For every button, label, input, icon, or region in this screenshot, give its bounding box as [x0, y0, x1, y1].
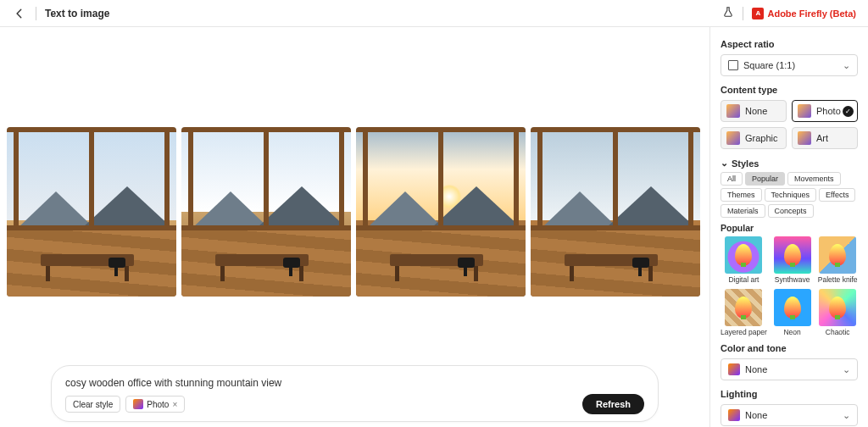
style-item-label: Digital art: [728, 275, 759, 284]
top-bar: Text to image A Adobe Firefly (Beta): [0, 0, 868, 27]
style-thumb-icon: [819, 236, 856, 274]
styles-header[interactable]: ⌄ Styles: [721, 158, 858, 169]
arrow-left-icon: [14, 8, 25, 19]
brand-label: Adobe Firefly (Beta): [767, 8, 856, 19]
lighting-select[interactable]: None ⌄: [721, 404, 858, 426]
photo-swatch-icon: [133, 399, 143, 409]
chevron-down-icon: ⌄: [721, 158, 728, 169]
result-image[interactable]: [7, 127, 176, 297]
style-item-label: Neon: [783, 328, 800, 336]
content-type-option-label: Photo: [816, 106, 841, 116]
lighting-label: Lighting: [721, 389, 858, 399]
style-item-chaotic[interactable]: Chaotic: [817, 289, 858, 336]
clear-style-button[interactable]: Clear style: [65, 396, 120, 413]
content-type-none[interactable]: None: [721, 100, 787, 122]
style-chip-label: Photo: [147, 400, 169, 409]
content-type-thumb-icon: [798, 131, 811, 145]
content-type-label: Content type: [721, 85, 858, 95]
aspect-ratio-label: Aspect ratio: [721, 39, 858, 49]
style-tab-all[interactable]: All: [721, 172, 743, 186]
styles-group-label: Popular: [721, 223, 858, 233]
adobe-logo-icon: A: [752, 8, 764, 19]
prompt-bar: Clear style Photo × Refresh: [51, 365, 659, 422]
chevron-down-icon: ⌄: [843, 410, 850, 421]
style-item-label: Chaotic: [826, 328, 850, 336]
style-thumb-icon: [774, 289, 811, 326]
style-item-digital-art[interactable]: Digital art: [721, 236, 767, 284]
result-image[interactable]: [356, 127, 526, 297]
page-title: Text to image: [45, 8, 109, 19]
style-tabs: All Popular Movements Themes Techniques …: [721, 172, 858, 218]
color-tone-value: None: [745, 364, 767, 374]
divider: [36, 7, 36, 20]
style-item-label: Layered paper: [721, 328, 767, 336]
content-type-thumb-icon: [726, 104, 740, 118]
content-type-art[interactable]: Art: [792, 127, 858, 149]
check-icon: ✓: [843, 106, 854, 117]
divider: [743, 7, 743, 20]
content-type-thumb-icon: [726, 131, 740, 145]
style-tab-effects[interactable]: Effects: [819, 188, 855, 202]
style-thumb-icon: [774, 236, 811, 274]
style-thumb-icon: [725, 289, 762, 326]
style-tab-movements[interactable]: Movements: [787, 172, 841, 186]
result-gallery: [7, 127, 709, 297]
content-type-graphic[interactable]: Graphic: [721, 127, 787, 149]
settings-panel: Aspect ratio Square (1:1) ⌄ Content type…: [709, 27, 868, 427]
content-type-photo[interactable]: Photo ✓: [792, 100, 858, 122]
style-thumb-icon: [725, 236, 762, 274]
style-item-layered-paper[interactable]: Layered paper: [721, 289, 767, 336]
style-tab-themes[interactable]: Themes: [721, 188, 762, 202]
color-tone-select[interactable]: None ⌄: [721, 358, 858, 380]
beaker-icon[interactable]: [722, 6, 734, 21]
prompt-input[interactable]: [65, 375, 644, 394]
style-item-synthwave[interactable]: Synthwave: [772, 236, 813, 284]
chevron-down-icon: ⌄: [843, 60, 850, 71]
square-icon: [728, 60, 738, 70]
result-image[interactable]: [181, 127, 351, 297]
content-type-option-label: Art: [816, 133, 828, 143]
style-item-neon[interactable]: Neon: [772, 289, 813, 336]
result-image[interactable]: [531, 127, 700, 297]
clear-style-label: Clear style: [73, 400, 113, 409]
chevron-down-icon: ⌄: [843, 364, 850, 375]
canvas-area: Clear style Photo × Refresh: [0, 27, 709, 427]
content-type-option-label: None: [745, 106, 767, 116]
refresh-button[interactable]: Refresh: [582, 394, 644, 414]
aspect-ratio-value: Square (1:1): [743, 60, 795, 70]
style-tab-techniques[interactable]: Techniques: [765, 188, 817, 202]
back-button[interactable]: [12, 6, 27, 21]
close-icon: ×: [172, 400, 177, 409]
style-tab-materials[interactable]: Materials: [721, 204, 765, 218]
style-item-label: Synthwave: [775, 275, 810, 284]
color-swatch-icon: [728, 363, 740, 375]
content-type-option-label: Graphic: [745, 133, 778, 143]
lighting-value: None: [745, 410, 767, 420]
aspect-ratio-select[interactable]: Square (1:1) ⌄: [721, 54, 858, 76]
style-item-palette-knife[interactable]: Palette knife: [817, 236, 858, 284]
color-tone-label: Color and tone: [721, 343, 858, 353]
brand-link[interactable]: A Adobe Firefly (Beta): [752, 8, 856, 19]
content-type-thumb-icon: [798, 104, 811, 118]
lighting-swatch-icon: [728, 409, 740, 421]
style-chip-photo[interactable]: Photo ×: [125, 396, 185, 413]
style-tab-concepts[interactable]: Concepts: [768, 204, 814, 218]
styles-label: Styles: [732, 158, 759, 169]
style-thumb-icon: [819, 289, 856, 326]
style-item-label: Palette knife: [818, 275, 858, 284]
style-tab-popular[interactable]: Popular: [745, 172, 785, 186]
